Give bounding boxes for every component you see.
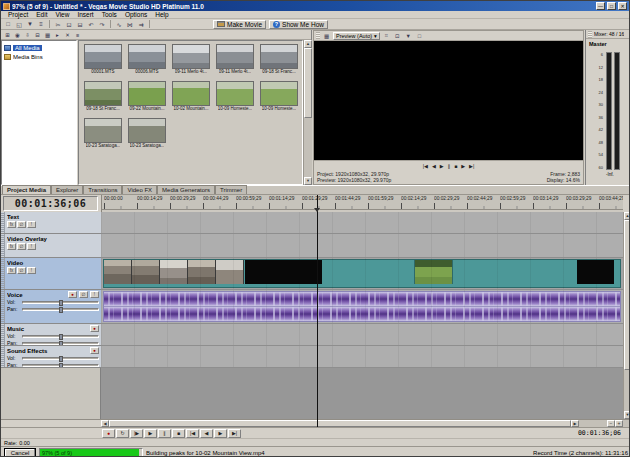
- timeline-horizontal-scrollbar[interactable]: ◀ ▶ − +: [1, 419, 630, 427]
- video-event-field-thumbnail[interactable]: [414, 260, 453, 284]
- record-arm-button[interactable]: ●: [68, 291, 77, 298]
- scroll-down-arrow[interactable]: ▼: [624, 411, 630, 419]
- redo-icon[interactable]: ↷: [97, 20, 107, 29]
- cursor-time-display[interactable]: 00:01:36;06: [578, 429, 621, 437]
- menu-help[interactable]: Help: [151, 11, 172, 19]
- track-lane-video-overlay[interactable]: [101, 234, 623, 258]
- track-header-video[interactable]: Video fx ∅ !: [1, 258, 101, 290]
- play-button[interactable]: ▶: [440, 163, 444, 169]
- pan-slider[interactable]: [22, 364, 99, 367]
- zoom-in-button[interactable]: +: [615, 420, 623, 427]
- tab-transitions[interactable]: Transitions: [83, 185, 122, 194]
- track-header-text[interactable]: Text fx ∅ !: [1, 212, 101, 234]
- pan-slider-knob[interactable]: [59, 363, 63, 368]
- volume-slider-knob[interactable]: [59, 300, 63, 306]
- scrollbar-thumb[interactable]: [109, 420, 571, 427]
- track-lane-music[interactable]: [101, 324, 623, 346]
- menu-project[interactable]: Project: [4, 11, 32, 19]
- media-item[interactable]: 00001.MTS: [81, 44, 125, 81]
- menu-tools[interactable]: Tools: [98, 11, 121, 19]
- media-item[interactable]: 09-11 Merlo 4t...: [213, 44, 257, 81]
- enable-snapping-icon[interactable]: ∿: [114, 20, 124, 29]
- volume-slider-knob[interactable]: [59, 356, 63, 362]
- go-to-end-button[interactable]: ▶|: [228, 429, 241, 438]
- external-monitor-icon[interactable]: □: [415, 32, 424, 40]
- playhead-cursor[interactable]: [317, 195, 318, 427]
- title-bar[interactable]: 97% (5 of 9) - Untitled * - Vegas Movie …: [1, 1, 629, 11]
- mute-button[interactable]: ∅: [17, 243, 26, 250]
- mute-button[interactable]: ∅: [79, 291, 88, 298]
- scroll-left-arrow[interactable]: ◀: [101, 420, 109, 427]
- go-to-start-button[interactable]: |◀: [423, 163, 428, 169]
- track-lane-sound-effects[interactable]: [101, 346, 623, 368]
- save-project-icon[interactable]: ▼: [25, 20, 35, 29]
- auto-ripple-icon[interactable]: ⇉: [136, 20, 146, 29]
- tree-item-media-bins[interactable]: Media Bins: [4, 52, 74, 61]
- solo-button[interactable]: !: [27, 243, 36, 250]
- rate-value[interactable]: 0.00: [19, 440, 30, 446]
- zoom-out-button[interactable]: −: [607, 420, 615, 427]
- tree-item-all-media[interactable]: All Media: [4, 43, 74, 52]
- scroll-up-arrow[interactable]: ▲: [304, 40, 312, 48]
- scrollbar-thumb[interactable]: [304, 48, 312, 118]
- media-item[interactable]: 10-09 Homeste...: [257, 81, 301, 118]
- timeline-empty-area[interactable]: [101, 368, 623, 419]
- scroll-down-arrow[interactable]: ▼: [304, 177, 312, 185]
- tab-explorer[interactable]: Explorer: [51, 185, 83, 194]
- track-header-video-overlay[interactable]: Video Overlay fx ∅ !: [1, 234, 101, 258]
- media-item[interactable]: 10-23 Saratoga...: [81, 118, 125, 155]
- menu-insert[interactable]: Insert: [73, 11, 97, 19]
- pan-slider-knob[interactable]: [59, 307, 63, 313]
- video-event-black-segment[interactable]: [577, 260, 614, 284]
- track-fx-button[interactable]: fx: [7, 221, 16, 228]
- solo-button[interactable]: !: [27, 221, 36, 228]
- project-video-properties-icon[interactable]: ▦: [322, 32, 331, 40]
- media-item[interactable]: 09-11 Merlo 4t...: [169, 44, 213, 81]
- import-media-icon[interactable]: ⊞: [3, 31, 12, 39]
- views-icon[interactable]: ▦: [43, 31, 52, 39]
- pan-slider[interactable]: [22, 342, 99, 345]
- go-to-start-button[interactable]: |◀: [186, 429, 199, 438]
- show-me-how-button[interactable]: ? Show Me How: [269, 20, 328, 29]
- close-button[interactable]: ✕: [618, 2, 627, 10]
- capture-video-icon[interactable]: ◉: [13, 31, 22, 39]
- track-header-music[interactable]: Music ● Vol: Pan:: [1, 324, 101, 346]
- menu-edit[interactable]: Edit: [32, 11, 51, 19]
- project-properties-icon[interactable]: ≡: [36, 20, 46, 29]
- copy-snapshot-icon[interactable]: ⊡: [393, 32, 402, 40]
- media-item[interactable]: 09-18 St Franc...: [81, 81, 125, 118]
- previous-frame-button[interactable]: ◀: [432, 163, 436, 169]
- tab-media-generators[interactable]: Media Generators: [157, 185, 215, 194]
- menu-view[interactable]: View: [51, 11, 73, 19]
- open-project-icon[interactable]: ◱: [14, 20, 24, 29]
- track-fx-button[interactable]: fx: [7, 267, 16, 274]
- record-arm-button[interactable]: ●: [90, 325, 99, 332]
- new-bin-icon[interactable]: ⊟: [33, 31, 42, 39]
- tab-trimmer[interactable]: Trimmer: [215, 185, 247, 194]
- tab-video-fx[interactable]: Video FX: [122, 185, 157, 194]
- loop-playback-button[interactable]: ↻: [116, 429, 129, 438]
- previous-frame-button[interactable]: ◀: [200, 429, 213, 438]
- preview-quality-dropdown[interactable]: Preview (Auto) ▾: [333, 32, 380, 40]
- track-header-voice[interactable]: Voice ● ∅ ! Vol: Pan:: [1, 290, 101, 324]
- go-to-end-button[interactable]: ▶|: [469, 163, 474, 169]
- volume-slider-knob[interactable]: [59, 334, 63, 340]
- next-frame-button[interactable]: ▶: [214, 429, 227, 438]
- track-lane-voice[interactable]: [101, 290, 623, 324]
- automatic-crossfades-icon[interactable]: ⋈: [125, 20, 135, 29]
- volume-slider[interactable]: [22, 357, 99, 360]
- video-event-black-segment[interactable]: [245, 260, 322, 284]
- play-button[interactable]: ▶: [144, 429, 157, 438]
- stop-button[interactable]: ■: [454, 163, 457, 169]
- pause-button[interactable]: ∥: [448, 163, 451, 169]
- media-properties-icon[interactable]: ≡: [73, 31, 82, 39]
- minimize-button[interactable]: —: [596, 2, 605, 10]
- volume-slider[interactable]: [22, 335, 99, 338]
- mute-button[interactable]: ∅: [17, 221, 26, 228]
- track-lane-video[interactable]: [101, 258, 623, 290]
- cut-icon[interactable]: ✂: [53, 20, 63, 29]
- media-item[interactable]: 10-23 Saratoga...: [125, 118, 169, 155]
- media-item[interactable]: 10-09 Homeste...: [213, 81, 257, 118]
- paste-icon[interactable]: ⊟: [75, 20, 85, 29]
- undo-icon[interactable]: ↶: [86, 20, 96, 29]
